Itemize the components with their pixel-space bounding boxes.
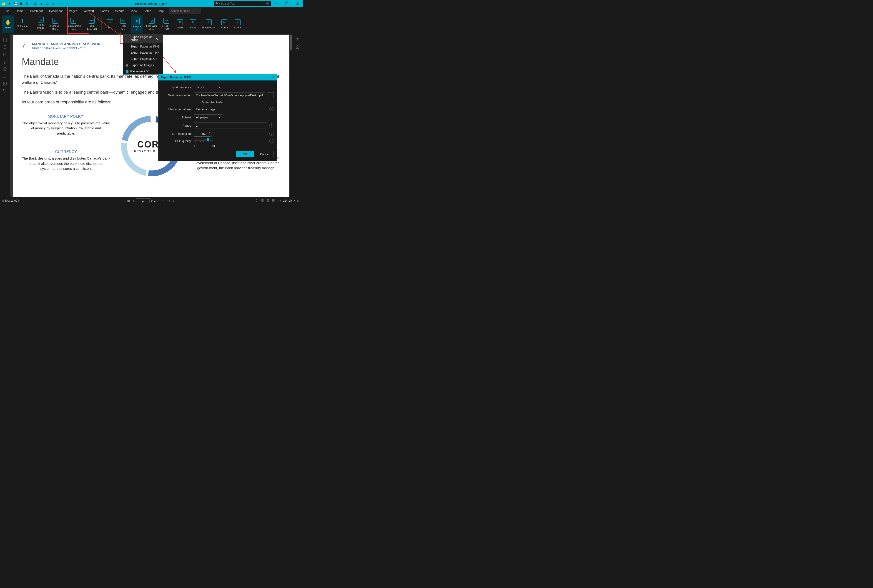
dpi-input[interactable]: [194, 131, 208, 136]
page-dimensions: 8.50 x 11.00 in: [2, 199, 20, 202]
ribbon-html-svg[interactable]: </>HTML /SVG: [160, 15, 172, 33]
dialog-titlebar[interactable]: Export Pages as JPEG ✕: [159, 74, 277, 81]
ribbon-selection[interactable]: ⅠSelection▾: [15, 15, 29, 33]
tags-icon[interactable]: [3, 88, 7, 93]
close-button[interactable]: ✕: [292, 0, 303, 7]
menu-secure[interactable]: Secure: [112, 8, 128, 14]
undo-icon[interactable]: ↶: [58, 1, 64, 6]
view-single-icon[interactable]: ▯: [256, 199, 260, 203]
cancel-button[interactable]: Cancel: [256, 151, 273, 157]
view-book-icon[interactable]: ▦: [272, 199, 276, 203]
subset-select[interactable]: All pages▾: [194, 114, 222, 120]
menu-help[interactable]: Help: [155, 8, 166, 14]
slider-thumb[interactable]: [207, 138, 209, 141]
ribbon-word[interactable]: WWord: [174, 15, 186, 33]
attachments-icon[interactable]: [3, 60, 7, 64]
bookmarks-icon[interactable]: [3, 45, 7, 50]
print-icon[interactable]: 🖶: [33, 1, 38, 6]
image-panel-icon[interactable]: [3, 81, 7, 86]
tools-search[interactable]: Search for tools ...: [169, 8, 201, 14]
ribbon-images[interactable]: ◧Images▾: [131, 15, 142, 33]
menu-home[interactable]: Home: [13, 8, 26, 14]
menu-forms[interactable]: Forms: [98, 8, 112, 14]
page-thumbnails-icon[interactable]: [3, 38, 7, 42]
menu-file[interactable]: File: [2, 8, 12, 14]
search-prev-icon[interactable]: ‹: [262, 2, 263, 5]
scrollbar-thumb[interactable]: [290, 34, 292, 51]
help-icon[interactable]: ?: [269, 132, 273, 136]
maximize-button[interactable]: ☐: [282, 0, 292, 7]
menu-convert[interactable]: Convert: [81, 8, 97, 14]
dd-rasterize[interactable]: Rasterize PDF: [123, 68, 163, 74]
ribbon-rich-text[interactable]: RTFRichText: [117, 15, 129, 33]
ribbon-from-ms-office[interactable]: ◫From MSOffice: [48, 15, 62, 33]
ribbon-from-multiple[interactable]: ⊞From MultipleFiles: [64, 15, 83, 33]
save-icon[interactable]: 💾: [13, 1, 18, 6]
ribbon-pdfx[interactable]: /XPDF/X: [232, 15, 243, 33]
open-dropdown-icon[interactable]: ▾: [7, 1, 12, 6]
last-page-icon[interactable]: ⏭: [161, 199, 165, 202]
help-icon[interactable]: ?: [269, 139, 273, 143]
stepper-down-icon[interactable]: ▾: [208, 134, 211, 136]
signature-icon[interactable]: [3, 74, 7, 79]
zoom-in-icon[interactable]: ⊕: [296, 199, 300, 202]
zoom-out-icon[interactable]: ⊖: [278, 199, 282, 202]
search-close-icon[interactable]: ✕: [266, 2, 269, 5]
print-dropdown-icon[interactable]: ▾: [39, 1, 44, 6]
vertical-scrollbar[interactable]: [290, 34, 292, 197]
zoom-level[interactable]: 124.1%: [283, 199, 292, 202]
zoom-in-icon[interactable]: ⊕: [172, 199, 176, 202]
zoom-out-icon[interactable]: ⊖: [166, 199, 171, 202]
prev-page-icon[interactable]: ‹: [132, 199, 135, 202]
ok-button[interactable]: OK: [236, 151, 254, 157]
view-facing-icon[interactable]: ▥: [267, 199, 271, 203]
ribbon-from-image[interactable]: ◫FromImage▾: [35, 15, 46, 33]
dd-export-gif[interactable]: Export Pages as GIF: [123, 56, 163, 62]
ribbon-excel[interactable]: XExcel: [188, 15, 199, 33]
current-page-input[interactable]: [136, 198, 150, 203]
dd-export-all-images[interactable]: ⊞Export All Images: [123, 62, 163, 68]
email-icon[interactable]: ✉: [51, 1, 56, 6]
quality-slider[interactable]: [194, 140, 213, 141]
comments-icon[interactable]: [296, 38, 300, 42]
help-icon[interactable]: ?: [269, 107, 273, 111]
quick-access-toolbar: 📂 ▾ 💾 🗎 🗎 🖶 ▾ 🖨 ✉ ↶ ↷: [0, 1, 71, 6]
ribbon-from-autocad[interactable]: DWGFromAutoCAD: [85, 15, 99, 33]
menu-view[interactable]: View: [128, 8, 140, 14]
layers-icon[interactable]: [3, 67, 7, 71]
stepper-up-icon[interactable]: ▴: [208, 131, 211, 134]
remember-folder-checkbox[interactable]: [194, 101, 197, 104]
save-as-icon[interactable]: 🗎: [19, 1, 24, 6]
menu-batch[interactable]: Batch: [141, 8, 154, 14]
dd-export-tiff[interactable]: Export Pages as TIFF: [123, 50, 163, 56]
ribbon-pdfa[interactable]: /APDF/A: [219, 15, 230, 33]
ribbon-text[interactable]: TXTText: [104, 15, 116, 33]
search-box[interactable]: 🔍▾ Search Text ‹ › ✕: [214, 1, 271, 6]
dest-folder-input[interactable]: [194, 92, 265, 98]
dialog-close-button[interactable]: ✕: [272, 75, 275, 79]
open-icon[interactable]: 📂: [1, 1, 6, 6]
pattern-input[interactable]: [194, 106, 267, 112]
dd-export-png[interactable]: Export Pages as PNG: [123, 44, 163, 50]
pages-input[interactable]: [194, 123, 267, 128]
menu-document[interactable]: Document: [46, 8, 65, 14]
flag-icon[interactable]: [3, 52, 7, 57]
first-page-icon[interactable]: ⏮: [126, 199, 131, 202]
quick-print-icon[interactable]: 🖨: [45, 1, 50, 6]
minimize-button[interactable]: ─: [271, 0, 282, 7]
chevron-down-icon[interactable]: ▾: [294, 200, 295, 202]
redo-icon[interactable]: ↷: [64, 1, 70, 6]
ribbon-powerpoint[interactable]: PPowerPoint: [201, 15, 217, 33]
next-page-icon[interactable]: ›: [157, 199, 160, 202]
menu-comment[interactable]: Comment: [27, 8, 45, 14]
view-continuous-icon[interactable]: ▤: [261, 199, 265, 203]
help-icon[interactable]: ?: [269, 123, 273, 128]
export-as-select[interactable]: JPEG▾: [194, 84, 222, 90]
menu-pages[interactable]: Pages: [66, 8, 80, 14]
browse-button[interactable]: …: [268, 92, 273, 98]
dpi-stepper[interactable]: ▴▾: [194, 131, 212, 136]
ribbon-fastweb[interactable]: ⊡Fast WebView: [144, 15, 159, 33]
3d-icon[interactable]: [296, 45, 300, 50]
search-next-icon[interactable]: ›: [264, 2, 265, 5]
ribbon-hand[interactable]: ✋Hand: [2, 15, 14, 33]
